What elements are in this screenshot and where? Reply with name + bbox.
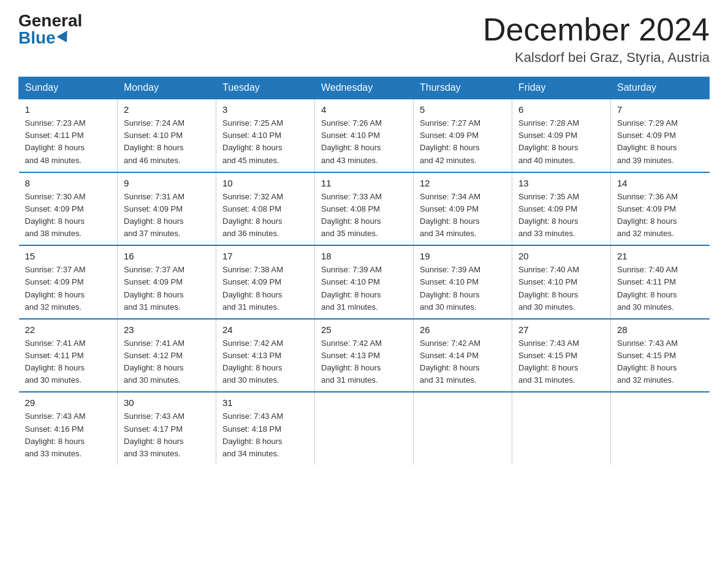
calendar-cell: 10Sunrise: 7:32 AM Sunset: 4:08 PM Dayli… [216, 172, 315, 246]
day-info: Sunrise: 7:34 AM Sunset: 4:09 PM Dayligh… [420, 191, 506, 240]
day-number: 21 [617, 251, 703, 261]
day-number: 31 [222, 397, 308, 408]
calendar-cell: 16Sunrise: 7:37 AM Sunset: 4:09 PM Dayli… [118, 245, 216, 319]
day-info: Sunrise: 7:38 AM Sunset: 4:09 PM Dayligh… [222, 264, 308, 313]
day-info: Sunrise: 7:30 AM Sunset: 4:09 PM Dayligh… [25, 191, 112, 240]
day-number: 1 [25, 104, 112, 115]
day-info: Sunrise: 7:39 AM Sunset: 4:10 PM Dayligh… [420, 264, 506, 313]
day-info: Sunrise: 7:43 AM Sunset: 4:15 PM Dayligh… [617, 337, 703, 387]
day-number: 15 [25, 251, 112, 261]
calendar-cell: 15Sunrise: 7:37 AM Sunset: 4:09 PM Dayli… [19, 245, 118, 319]
day-info: Sunrise: 7:43 AM Sunset: 4:15 PM Dayligh… [518, 337, 604, 387]
day-info: Sunrise: 7:40 AM Sunset: 4:11 PM Dayligh… [617, 264, 703, 313]
location-subtitle: Kalsdorf bei Graz, Styria, Austria [483, 50, 710, 66]
calendar-cell: 30Sunrise: 7:43 AM Sunset: 4:17 PM Dayli… [118, 392, 216, 465]
calendar-cell: 13Sunrise: 7:35 AM Sunset: 4:09 PM Dayli… [512, 172, 611, 246]
logo-triangle-icon [56, 31, 72, 45]
calendar-cell: 5Sunrise: 7:27 AM Sunset: 4:09 PM Daylig… [414, 99, 512, 172]
weekday-header-monday: Monday [118, 77, 216, 99]
calendar-cell: 21Sunrise: 7:40 AM Sunset: 4:11 PM Dayli… [611, 245, 710, 319]
day-number: 6 [518, 104, 604, 115]
day-number: 10 [222, 178, 308, 188]
calendar-cell: 27Sunrise: 7:43 AM Sunset: 4:15 PM Dayli… [512, 319, 611, 393]
logo-blue-text: Blue [18, 29, 70, 47]
calendar-cell [512, 392, 611, 465]
calendar-cell [315, 392, 414, 465]
day-info: Sunrise: 7:33 AM Sunset: 4:08 PM Dayligh… [321, 191, 407, 240]
day-number: 2 [124, 104, 210, 115]
day-info: Sunrise: 7:42 AM Sunset: 4:14 PM Dayligh… [420, 337, 506, 387]
day-number: 16 [124, 251, 210, 261]
day-number: 23 [124, 324, 210, 335]
day-info: Sunrise: 7:31 AM Sunset: 4:09 PM Dayligh… [124, 191, 210, 240]
calendar-cell: 29Sunrise: 7:43 AM Sunset: 4:16 PM Dayli… [19, 392, 118, 465]
day-number: 9 [124, 178, 210, 188]
page-header: General Blue December 2024 Kalsdorf bei … [18, 12, 710, 66]
day-info: Sunrise: 7:37 AM Sunset: 4:09 PM Dayligh… [25, 264, 112, 313]
calendar-week-row: 1Sunrise: 7:23 AM Sunset: 4:11 PM Daylig… [19, 99, 710, 172]
calendar-cell: 26Sunrise: 7:42 AM Sunset: 4:14 PM Dayli… [414, 319, 512, 393]
calendar-cell: 22Sunrise: 7:41 AM Sunset: 4:11 PM Dayli… [19, 319, 118, 393]
title-area: December 2024 Kalsdorf bei Graz, Styria,… [483, 12, 710, 66]
day-info: Sunrise: 7:26 AM Sunset: 4:10 PM Dayligh… [321, 117, 407, 167]
weekday-header-wednesday: Wednesday [315, 77, 414, 99]
calendar-cell: 2Sunrise: 7:24 AM Sunset: 4:10 PM Daylig… [118, 99, 216, 172]
day-number: 13 [518, 178, 604, 188]
calendar-cell: 14Sunrise: 7:36 AM Sunset: 4:09 PM Dayli… [611, 172, 710, 246]
day-number: 14 [617, 178, 703, 188]
calendar-week-row: 22Sunrise: 7:41 AM Sunset: 4:11 PM Dayli… [19, 319, 710, 393]
calendar-week-row: 15Sunrise: 7:37 AM Sunset: 4:09 PM Dayli… [19, 245, 710, 319]
day-number: 25 [321, 324, 407, 335]
calendar-cell: 7Sunrise: 7:29 AM Sunset: 4:09 PM Daylig… [611, 99, 710, 172]
day-number: 29 [25, 397, 112, 408]
day-info: Sunrise: 7:28 AM Sunset: 4:09 PM Dayligh… [518, 117, 604, 167]
calendar-cell: 11Sunrise: 7:33 AM Sunset: 4:08 PM Dayli… [315, 172, 414, 246]
day-info: Sunrise: 7:42 AM Sunset: 4:13 PM Dayligh… [222, 337, 308, 387]
day-info: Sunrise: 7:43 AM Sunset: 4:16 PM Dayligh… [25, 410, 112, 460]
day-number: 18 [321, 251, 407, 261]
day-number: 24 [222, 324, 308, 335]
month-title: December 2024 [483, 12, 710, 47]
calendar-cell: 23Sunrise: 7:41 AM Sunset: 4:12 PM Dayli… [118, 319, 216, 393]
weekday-header-tuesday: Tuesday [216, 77, 315, 99]
day-info: Sunrise: 7:29 AM Sunset: 4:09 PM Dayligh… [617, 117, 703, 167]
day-info: Sunrise: 7:23 AM Sunset: 4:11 PM Dayligh… [25, 117, 112, 167]
day-number: 27 [518, 324, 604, 335]
calendar-cell: 20Sunrise: 7:40 AM Sunset: 4:10 PM Dayli… [512, 245, 611, 319]
calendar-cell: 24Sunrise: 7:42 AM Sunset: 4:13 PM Dayli… [216, 319, 315, 393]
day-number: 22 [25, 324, 112, 335]
day-info: Sunrise: 7:41 AM Sunset: 4:12 PM Dayligh… [124, 337, 210, 387]
day-info: Sunrise: 7:35 AM Sunset: 4:09 PM Dayligh… [518, 191, 604, 240]
calendar-cell: 28Sunrise: 7:43 AM Sunset: 4:15 PM Dayli… [611, 319, 710, 393]
calendar-cell: 8Sunrise: 7:30 AM Sunset: 4:09 PM Daylig… [19, 172, 118, 246]
day-number: 12 [420, 178, 506, 188]
weekday-header-friday: Friday [512, 77, 611, 99]
day-number: 7 [617, 104, 703, 115]
day-number: 11 [321, 178, 407, 188]
calendar-cell: 6Sunrise: 7:28 AM Sunset: 4:09 PM Daylig… [512, 99, 611, 172]
day-info: Sunrise: 7:41 AM Sunset: 4:11 PM Dayligh… [25, 337, 112, 387]
weekday-header-thursday: Thursday [414, 77, 512, 99]
day-number: 5 [420, 104, 506, 115]
day-info: Sunrise: 7:25 AM Sunset: 4:10 PM Dayligh… [222, 117, 308, 167]
calendar-cell: 3Sunrise: 7:25 AM Sunset: 4:10 PM Daylig… [216, 99, 315, 172]
logo-general-text: General [18, 12, 82, 29]
day-number: 19 [420, 251, 506, 261]
day-number: 28 [617, 324, 703, 335]
day-info: Sunrise: 7:40 AM Sunset: 4:10 PM Dayligh… [518, 264, 604, 313]
day-info: Sunrise: 7:37 AM Sunset: 4:09 PM Dayligh… [124, 264, 210, 313]
weekday-header-sunday: Sunday [19, 77, 118, 99]
day-number: 20 [518, 251, 604, 261]
day-number: 17 [222, 251, 308, 261]
day-number: 30 [124, 397, 210, 408]
day-info: Sunrise: 7:36 AM Sunset: 4:09 PM Dayligh… [617, 191, 703, 240]
day-number: 4 [321, 104, 407, 115]
calendar-cell [611, 392, 710, 465]
calendar-table: SundayMondayTuesdayWednesdayThursdayFrid… [18, 77, 710, 465]
calendar-cell: 12Sunrise: 7:34 AM Sunset: 4:09 PM Dayli… [414, 172, 512, 246]
calendar-cell: 31Sunrise: 7:43 AM Sunset: 4:18 PM Dayli… [216, 392, 315, 465]
day-info: Sunrise: 7:39 AM Sunset: 4:10 PM Dayligh… [321, 264, 407, 313]
day-info: Sunrise: 7:27 AM Sunset: 4:09 PM Dayligh… [420, 117, 506, 167]
day-number: 8 [25, 178, 112, 188]
logo: General Blue [18, 12, 82, 47]
